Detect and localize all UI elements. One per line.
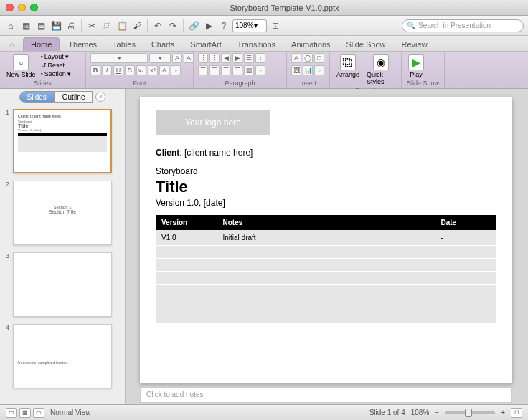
- align-right-icon[interactable]: ☰: [221, 65, 231, 75]
- object-icon[interactable]: ▫: [314, 65, 324, 75]
- tab-smartart[interactable]: SmartArt: [183, 38, 228, 51]
- quick-styles-button[interactable]: ◉ Quick Styles: [364, 53, 397, 87]
- redo-icon[interactable]: ↷: [166, 19, 179, 32]
- table-cell[interactable]: [156, 297, 217, 310]
- slide-title[interactable]: Title: [156, 178, 496, 196]
- client-line[interactable]: Client: [client name here]: [156, 148, 496, 158]
- outline-tab[interactable]: Outline: [55, 91, 93, 103]
- copy-icon[interactable]: ⿻: [100, 19, 113, 32]
- layout-button[interactable]: ▫ Layout ▾: [41, 53, 71, 60]
- storyboard-label[interactable]: Storyboard: [156, 166, 496, 176]
- table-cell[interactable]: [156, 246, 217, 259]
- section-button[interactable]: ▫ Section ▾: [41, 70, 71, 77]
- chart-icon[interactable]: 📊: [303, 65, 313, 75]
- table-cell[interactable]: [435, 297, 497, 310]
- slide-canvas[interactable]: Your logo here Client: [client name here…: [126, 89, 528, 404]
- new-slide-button[interactable]: ▫ New Slide: [4, 53, 38, 80]
- zoom-slider[interactable]: [445, 411, 495, 414]
- highlight-icon[interactable]: ▫: [171, 65, 181, 75]
- logo-placeholder[interactable]: Your logo here: [156, 110, 270, 135]
- format-painter-icon[interactable]: 🖌: [131, 19, 143, 32]
- slide-thumbnail-4[interactable]: An example, completed locator...: [13, 324, 112, 388]
- shape2-icon[interactable]: □: [314, 53, 324, 63]
- tab-themes[interactable]: Themes: [61, 38, 104, 51]
- version-line[interactable]: Version 1.0, [date]: [156, 198, 496, 208]
- text-direction-icon[interactable]: ↕: [255, 53, 265, 63]
- table-cell[interactable]: [217, 272, 435, 285]
- table-cell[interactable]: [156, 285, 217, 297]
- table-cell[interactable]: [156, 259, 217, 272]
- sorter-view-icon[interactable]: ▦: [19, 408, 31, 418]
- numbering-icon[interactable]: ⋮: [209, 53, 220, 63]
- zoom-dropdown[interactable]: 108% ▾: [232, 19, 267, 32]
- table-cell[interactable]: [217, 310, 435, 323]
- save-icon[interactable]: 💾: [50, 19, 62, 32]
- print-icon[interactable]: 🖨: [65, 19, 77, 32]
- zoom-out-icon[interactable]: −: [435, 409, 439, 416]
- table-cell[interactable]: [435, 285, 497, 297]
- align-left-icon[interactable]: ☰: [198, 65, 208, 75]
- presentation-icon[interactable]: ▦: [19, 19, 32, 32]
- notes-placeholder[interactable]: Click to add notes: [140, 387, 512, 403]
- home-icon[interactable]: ⌂: [4, 19, 17, 32]
- table-cell[interactable]: Initial draft: [217, 230, 435, 246]
- bold-icon[interactable]: B: [90, 65, 100, 75]
- slide-thumbnail-2[interactable]: Section 1 Section Title: [13, 181, 112, 245]
- minimize-icon[interactable]: [18, 4, 26, 11]
- tab-charts[interactable]: Charts: [144, 38, 182, 51]
- close-panel-icon[interactable]: ×: [95, 92, 105, 102]
- cut-icon[interactable]: ✂: [85, 19, 98, 32]
- textbox-icon[interactable]: A: [291, 53, 301, 63]
- table-cell[interactable]: [156, 272, 217, 285]
- maximize-icon[interactable]: [30, 4, 38, 11]
- italic-icon[interactable]: I: [102, 65, 112, 75]
- table-cell[interactable]: V1.0: [156, 230, 217, 246]
- version-table[interactable]: Version Notes Date V1.0Initial draft-: [156, 215, 496, 323]
- tab-home[interactable]: Home: [23, 37, 60, 51]
- increase-indent-icon[interactable]: ▶: [232, 53, 242, 63]
- table-cell[interactable]: [217, 246, 435, 259]
- zoom-in-icon[interactable]: +: [501, 409, 505, 416]
- table-cell[interactable]: [217, 259, 435, 272]
- home-tab-icon[interactable]: ⌂: [4, 38, 19, 51]
- arrange-button[interactable]: ⿻ Arrange: [334, 53, 362, 80]
- font-family-dropdown[interactable]: ▾: [90, 53, 148, 63]
- tab-review[interactable]: Review: [395, 38, 435, 51]
- table-cell[interactable]: [435, 310, 497, 323]
- normal-view-icon[interactable]: ▭: [6, 408, 17, 418]
- underline-icon[interactable]: U: [113, 65, 123, 75]
- fit-icon[interactable]: ⊡: [269, 19, 282, 32]
- help-icon[interactable]: ?: [217, 19, 230, 32]
- slide-content[interactable]: Your logo here Client: [client name here…: [140, 97, 512, 383]
- shrink-font-icon[interactable]: A: [184, 53, 194, 63]
- slide-thumbnail-3[interactable]: [13, 252, 112, 317]
- slides-tab[interactable]: Slides: [19, 91, 55, 103]
- tab-transitions[interactable]: Transitions: [230, 38, 283, 51]
- justify-icon[interactable]: ☰: [232, 65, 242, 75]
- shape-icon[interactable]: ◯: [303, 53, 313, 63]
- table-cell[interactable]: [435, 259, 497, 272]
- table-cell[interactable]: [217, 285, 435, 297]
- font-color-icon[interactable]: A: [159, 65, 169, 75]
- table-cell[interactable]: [156, 310, 217, 323]
- play-button[interactable]: ▶ Play: [406, 53, 426, 80]
- table-cell[interactable]: [435, 246, 497, 259]
- media-icon[interactable]: ▶: [202, 19, 215, 32]
- fit-icon[interactable]: ⊡: [511, 408, 522, 418]
- paste-icon[interactable]: 📋: [116, 19, 128, 32]
- superscript-icon[interactable]: x²: [148, 65, 158, 75]
- link-icon[interactable]: 🔗: [187, 19, 200, 32]
- tab-tables[interactable]: Tables: [105, 38, 143, 51]
- table-cell[interactable]: [217, 297, 435, 310]
- tab-animations[interactable]: Animations: [284, 38, 337, 51]
- bullets-icon[interactable]: ⋮: [198, 53, 208, 63]
- picture-icon[interactable]: 🖼: [291, 65, 301, 75]
- strike-icon[interactable]: S: [125, 65, 135, 75]
- slide-thumbnail-1[interactable]: Client: [client name here] Storyboard Ti…: [13, 109, 112, 173]
- font-size-dropdown[interactable]: ▾: [149, 53, 171, 63]
- grow-font-icon[interactable]: A: [172, 53, 182, 63]
- decrease-indent-icon[interactable]: ◀: [221, 53, 231, 63]
- align-center-icon[interactable]: ☰: [209, 65, 220, 75]
- reading-view-icon[interactable]: ▭: [33, 408, 44, 418]
- convert-icon[interactable]: ▫: [255, 65, 265, 75]
